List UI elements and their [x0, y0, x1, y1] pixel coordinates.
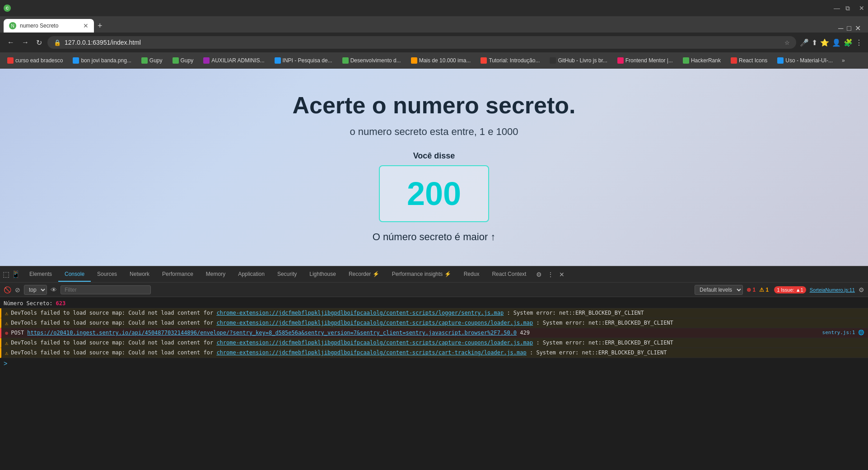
tab-close-icon[interactable]: ✕ [83, 22, 89, 29]
new-tab-button[interactable]: + [94, 19, 106, 33]
devtools-tab-performance[interactable]: Performance [156, 267, 200, 282]
mic-icon[interactable]: 🎤 [800, 38, 809, 47]
console-link-3[interactable]: https://o20410.ingest.sentry.io/api/4504… [27, 330, 517, 336]
bookmark-bm5[interactable]: AUXILIAR ADMINIS... [200, 56, 268, 65]
bookmarks-more-button[interactable]: » [839, 56, 848, 65]
bookmark-bm11[interactable]: Frontend Mentor |... [614, 56, 677, 65]
active-tab[interactable]: N numero Secreto ✕ [4, 19, 94, 33]
more-icon[interactable]: ⋮ [855, 38, 863, 47]
content-area: Acerte o numero secreto. o numero secret… [0, 69, 868, 470]
devtools-tab-console[interactable]: Console [58, 267, 91, 282]
bookmark-bm12[interactable]: HackerRank [679, 56, 724, 65]
console-link-4[interactable]: chrome-extension://jdcfmebflppkljibgpdlb… [216, 340, 533, 346]
minimize-icon[interactable]: — [834, 5, 840, 12]
star-icon[interactable]: ☆ [784, 39, 790, 46]
bookmark-icon-bm10 [550, 57, 556, 64]
bookmark-text-bm11: Frontend Mentor |... [625, 57, 673, 64]
console-link-1[interactable]: chrome-extension://jdcfmebflppkljibgpdlb… [216, 310, 504, 316]
clear-console-icon[interactable]: 🚫 [4, 286, 11, 293]
devtools-tab-recorder[interactable]: Recorder ⚡ [342, 267, 386, 282]
context-select[interactable]: top [24, 285, 47, 295]
devtools-more-button[interactable]: ⋮ [546, 269, 555, 280]
close-button[interactable]: ✕ [855, 24, 861, 33]
bookmark-text-bm3: Gupy [149, 57, 163, 64]
bookmark-star-icon[interactable]: ⭐ [820, 38, 829, 47]
bookmark-bm14[interactable]: Uso - Material-UI-... [774, 56, 836, 65]
bookmark-bm3[interactable]: Gupy [138, 56, 166, 65]
devtools-tab-redux[interactable]: Redux [457, 267, 486, 282]
bookmark-icon-bm13 [731, 57, 737, 64]
default-levels-select[interactable]: Default levels [695, 285, 743, 295]
back-button[interactable]: ← [5, 37, 16, 48]
devtools-tab-sources[interactable]: Sources [91, 267, 123, 282]
share-icon[interactable]: ⬆ [812, 38, 817, 47]
extensions-icon[interactable]: 🧩 [844, 38, 853, 47]
forward-button[interactable]: → [20, 37, 31, 48]
bookmark-bm9[interactable]: Tutorial: Introdução... [477, 56, 543, 65]
devtools-close-button[interactable]: ✕ [557, 269, 566, 280]
console-text-warn-2: DevTools failed to load source map: Coul… [11, 320, 864, 326]
browser-icon: C [4, 5, 11, 12]
console-prompt-icon: > [4, 360, 7, 367]
bookmark-bm2[interactable]: bon jovi banda.png... [69, 56, 135, 65]
warning-count-badge: ⚠ 1 [759, 287, 769, 293]
bookmark-bm8[interactable]: Mais de 10.000 ima... [407, 56, 475, 65]
browser-chrome: C — ⧉ ✕ N numero Secreto ✕ + ─ □ ✕ ← → ↻… [0, 0, 868, 69]
page-title: Acerte o numero secreto. [292, 92, 575, 119]
bookmark-text-bm5: AUXILIAR ADMINIS... [211, 57, 264, 64]
minimize-button[interactable]: ─ [838, 24, 843, 33]
console-link-5[interactable]: chrome-extension://jdcfmebflppkljibgpdlb… [216, 349, 526, 356]
console-line-warn-4: ⚠ DevTools failed to load source map: Co… [0, 348, 868, 358]
bookmark-icon-bm5 [203, 57, 210, 64]
profile-icon[interactable]: 👤 [832, 38, 841, 47]
devtools-tab-network[interactable]: Network [123, 267, 156, 282]
bookmark-text-bm12: HackerRank [691, 57, 721, 64]
console-settings-icon[interactable]: ⚙ [859, 286, 864, 293]
bookmark-bm6[interactable]: INPI - Pesquisa de... [271, 56, 336, 65]
close-window-icon[interactable]: ✕ [859, 5, 864, 12]
bookmark-bm4[interactable]: Gupy [169, 56, 197, 65]
devtools-inspect-icon[interactable]: ⬚ [3, 270, 9, 279]
devtools-tab-performance-insights[interactable]: Performance insights ⚡ [386, 267, 457, 282]
devtools-tab-memory[interactable]: Memory [200, 267, 232, 282]
bookmark-text-bm2: bon jovi banda.png... [81, 57, 131, 64]
tab-bar: N numero Secreto ✕ + ─ □ ✕ [0, 16, 868, 33]
console-line: Número Secreto: 623 [0, 299, 868, 308]
devtools-tab-react-context[interactable]: React Context [485, 267, 532, 282]
address-bar: ← → ↻ 🔒 127.0.0.1:63951/index.html ☆ 🎤 ⬆… [0, 33, 868, 52]
devtools-tab-application[interactable]: Application [232, 267, 271, 282]
bookmark-icon-bm12 [683, 57, 689, 64]
bookmark-icon-bm4 [173, 57, 179, 64]
maximize-button[interactable]: □ [847, 24, 851, 33]
bookmark-bm7[interactable]: Desenvolvimento d... [339, 56, 405, 65]
devtools-device-icon[interactable]: 📱 [11, 270, 20, 279]
devtools-right-actions: ⚙ ⋮ ✕ [532, 267, 568, 282]
issue-badge: 1 Issue: ▲1 [774, 286, 806, 293]
devtools-tab-elements[interactable]: Elements [23, 267, 58, 282]
console-filter-icon[interactable]: ⊘ [15, 286, 20, 293]
sorter-link[interactable]: SorteiaNumero.js:11 [810, 287, 855, 293]
console-source-1[interactable]: sentry.js:1 🌐 [822, 330, 864, 335]
devtools-settings-button[interactable]: ⚙ [534, 269, 544, 280]
window-controls: — ⧉ ✕ [834, 5, 864, 12]
eye-icon[interactable]: 👁 [51, 286, 57, 293]
devtools-tab-security[interactable]: Security [271, 267, 303, 282]
console-toolbar: 🚫 ⊘ top 👁 Default levels ⊗ 1 ⚠ 1 1 Issue… [0, 283, 868, 297]
url-text: 127.0.0.1:63951/index.html [65, 39, 781, 46]
restore-icon[interactable]: ⧉ [845, 5, 850, 12]
warn-icon-3: ⚠ [5, 340, 8, 346]
bookmark-bm10[interactable]: GitHub - Livro js br... [546, 56, 611, 65]
reload-button[interactable]: ↻ [34, 37, 44, 49]
voce-disse-label: Você disse [413, 151, 455, 161]
bookmark-bm13[interactable]: React Icons [727, 56, 771, 65]
bookmark-icon-bm1 [7, 57, 14, 64]
console-link-2[interactable]: chrome-extension://jdcfmebflppkljibgpdlb… [216, 320, 533, 326]
filter-input[interactable] [61, 285, 151, 294]
url-bar[interactable]: 🔒 127.0.0.1:63951/index.html ☆ [47, 36, 796, 49]
bookmark-icon-bm11 [617, 57, 624, 64]
devtools-tab-lighthouse[interactable]: Lighthouse [303, 267, 342, 282]
bookmark-icon-bm7 [342, 57, 349, 64]
bookmark-bm1[interactable]: curso ead bradesco [4, 56, 66, 65]
console-line-warn-2: ⚠ DevTools failed to load source map: Co… [0, 318, 868, 328]
lock-icon: 🔒 [54, 39, 61, 46]
